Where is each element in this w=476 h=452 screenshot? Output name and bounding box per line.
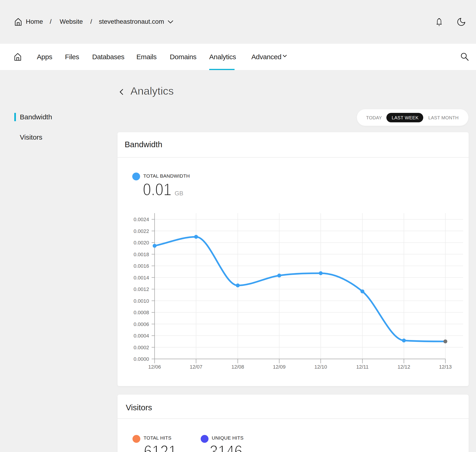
svg-text:0.0020: 0.0020 xyxy=(134,240,149,246)
svg-text:12/09: 12/09 xyxy=(273,364,285,370)
svg-text:0.0006: 0.0006 xyxy=(134,321,149,327)
svg-text:0.0022: 0.0022 xyxy=(134,228,149,234)
svg-text:0.0000: 0.0000 xyxy=(134,356,149,362)
svg-text:0.0016: 0.0016 xyxy=(134,263,149,269)
svg-text:0.0018: 0.0018 xyxy=(134,252,149,257)
svg-text:0.0002: 0.0002 xyxy=(134,345,149,350)
svg-text:0.0004: 0.0004 xyxy=(134,333,149,339)
svg-text:0.0008: 0.0008 xyxy=(134,310,149,315)
svg-text:0.0010: 0.0010 xyxy=(134,298,149,304)
svg-text:12/07: 12/07 xyxy=(190,364,202,370)
svg-text:12/08: 12/08 xyxy=(231,364,244,370)
svg-text:0.0014: 0.0014 xyxy=(134,275,149,281)
svg-text:12/06: 12/06 xyxy=(148,364,161,370)
svg-text:0.0024: 0.0024 xyxy=(134,217,149,222)
svg-text:12/11: 12/11 xyxy=(356,364,369,370)
svg-text:12/12: 12/12 xyxy=(397,364,410,370)
svg-text:0.0012: 0.0012 xyxy=(134,286,149,292)
svg-text:12/10: 12/10 xyxy=(314,364,327,370)
svg-text:12/13: 12/13 xyxy=(439,364,452,370)
